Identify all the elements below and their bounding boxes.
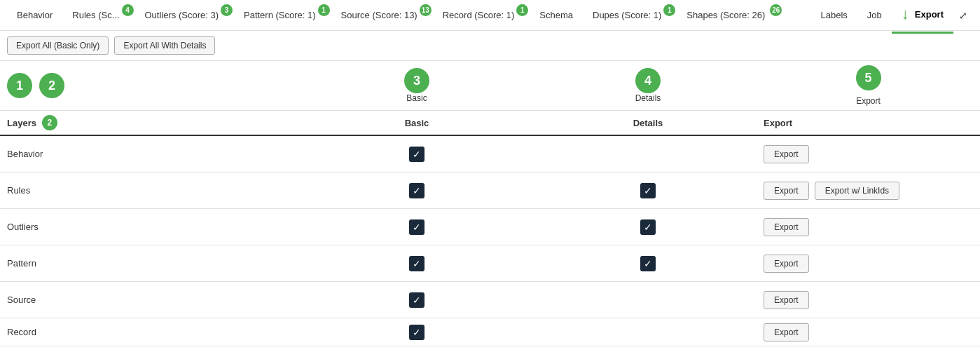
export-arrow-icon: ↓ [902, 5, 909, 23]
expand-icon[interactable]: ⤢ [953, 4, 973, 27]
table-row: Behavior ✓ Export [0, 136, 980, 172]
outliers-basic-cell: ✓ [301, 219, 532, 235]
nav-labels[interactable]: Labels [811, 1, 857, 29]
export-col-header: Export [764, 118, 973, 128]
nav-source[interactable]: Source (Score: 13) 13 [331, 1, 433, 29]
step-4-circle: 4 [635, 68, 661, 93]
nav-outliers[interactable]: Outliers (Score: 3) 3 [135, 1, 234, 29]
behavior-export-cell: Export [764, 145, 973, 163]
pattern-export-button[interactable]: Export [764, 255, 809, 273]
top-navigation: Behavior Rules (Sc... 4 Outliers (Score:… [0, 0, 980, 31]
step-4-label: Details [635, 93, 661, 103]
rules-basic-checkbox[interactable]: ✓ [409, 183, 425, 198]
rules-details-cell: ✓ [532, 183, 764, 198]
nav-job[interactable]: Job [857, 1, 892, 29]
nav-schema[interactable]: Schema [530, 1, 583, 29]
outliers-details-checkbox[interactable]: ✓ [640, 219, 656, 235]
source-export-button[interactable]: Export [764, 291, 809, 309]
pattern-basic-cell: ✓ [301, 256, 532, 271]
record-layer-cell: Record [7, 327, 301, 337]
rules-details-checkbox[interactable]: ✓ [640, 183, 656, 198]
record-badge: 1 [516, 4, 528, 16]
column-headers: Layers 2 Basic Details Export [0, 111, 980, 136]
outliers-badge: 3 [221, 4, 233, 16]
step-2-circle: 2 [39, 73, 64, 98]
rules-export-cell: Export Export w/ LinkIds [764, 182, 973, 200]
outliers-details-cell: ✓ [532, 219, 764, 235]
behavior-layer-cell: Behavior [7, 149, 301, 159]
outliers-basic-checkbox[interactable]: ✓ [409, 219, 425, 235]
step-1-2-area: 1 2 [7, 73, 301, 98]
source-basic-cell: ✓ [301, 292, 532, 308]
layers-col-header: Layers 2 [7, 115, 301, 130]
step-1-circle: 1 [7, 73, 32, 98]
pattern-export-cell: Export [764, 255, 973, 273]
step-5-label: Export [856, 96, 881, 106]
nav-behavior[interactable]: Behavior [7, 1, 62, 29]
rules-basic-cell: ✓ [301, 183, 532, 198]
step-5-area: 5 Export [764, 65, 973, 106]
table-row: Record ✓ Export [0, 318, 980, 346]
step-3-label: Basic [406, 93, 427, 103]
record-export-button[interactable]: Export [764, 323, 809, 341]
rules-export-button[interactable]: Export [764, 182, 809, 200]
nav-record[interactable]: Record (Score: 1) 1 [433, 1, 530, 29]
table-row: Outliers ✓ ✓ Export [0, 209, 980, 245]
record-export-cell: Export [764, 323, 973, 341]
export-basic-button[interactable]: Export All (Basic Only) [7, 36, 109, 55]
step-4-area: 4 Details [532, 68, 764, 103]
pattern-details-cell: ✓ [532, 256, 764, 271]
table-body: Behavior ✓ Export Rules ✓ ✓ Export [0, 136, 980, 346]
table-row: Source ✓ Export [0, 282, 980, 318]
behavior-export-button[interactable]: Export [764, 145, 809, 163]
outliers-export-cell: Export [764, 218, 973, 236]
pattern-details-checkbox[interactable]: ✓ [640, 256, 656, 271]
source-layer-cell: Source [7, 295, 301, 305]
source-badge: 13 [420, 4, 432, 16]
nav-rules[interactable]: Rules (Sc... 4 [62, 1, 134, 29]
outliers-layer-cell: Outliers [7, 222, 301, 232]
rules-export-linkids-button[interactable]: Export w/ LinkIds [815, 182, 899, 200]
record-basic-cell: ✓ [301, 325, 532, 340]
source-basic-checkbox[interactable]: ✓ [409, 292, 425, 308]
outliers-export-button[interactable]: Export [764, 218, 809, 236]
record-basic-checkbox[interactable]: ✓ [409, 325, 425, 340]
source-export-cell: Export [764, 291, 973, 309]
shapes-badge: 26 [770, 4, 782, 16]
pattern-layer-cell: Pattern [7, 258, 301, 269]
layers-num-badge: 2 [42, 115, 57, 130]
rules-badge: 4 [122, 4, 134, 16]
steps-header: 1 2 3 Basic 4 Details 5 Export [0, 61, 980, 111]
details-col-header: Details [532, 118, 764, 128]
pattern-badge: 1 [318, 4, 330, 16]
nav-shapes[interactable]: Shapes (Score: 26) 26 [677, 1, 783, 29]
pattern-basic-checkbox[interactable]: ✓ [409, 256, 425, 271]
behavior-basic-cell: ✓ [301, 147, 532, 162]
nav-dupes[interactable]: Dupes (Score: 1) 1 [583, 1, 677, 29]
table-row: Rules ✓ ✓ Export Export w/ LinkIds [0, 172, 980, 209]
step-3-circle: 3 [404, 68, 429, 93]
nav-pattern[interactable]: Pattern (Score: 1) 1 [234, 1, 331, 29]
dupes-badge: 1 [663, 4, 675, 16]
table-row: Pattern ✓ ✓ Export [0, 245, 980, 282]
step-3-area: 3 Basic [301, 68, 532, 103]
step-5-circle: 5 [856, 65, 881, 90]
export-toolbar: Export All (Basic Only) Export All With … [0, 31, 980, 61]
nav-export[interactable]: ↓ Export [892, 0, 953, 34]
basic-col-header: Basic [301, 118, 532, 128]
behavior-basic-checkbox[interactable]: ✓ [409, 147, 425, 162]
export-details-button[interactable]: Export All With Details [114, 36, 215, 55]
rules-layer-cell: Rules [7, 185, 301, 196]
